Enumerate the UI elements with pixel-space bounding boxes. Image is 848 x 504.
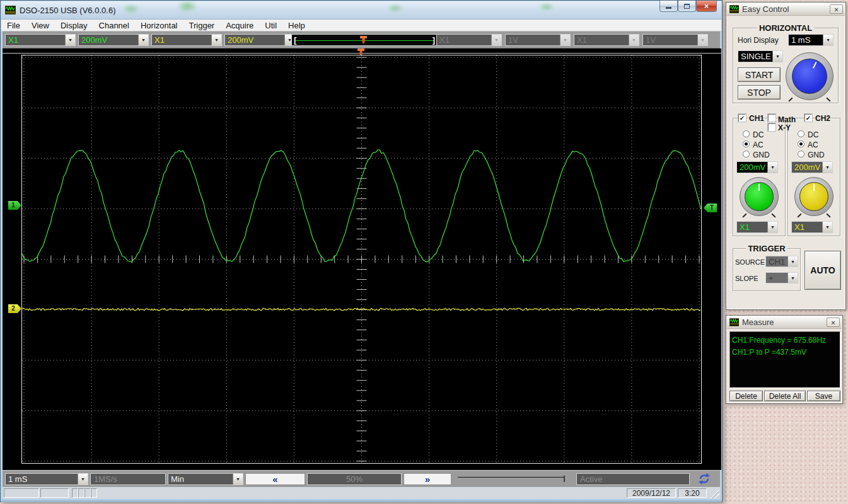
close-button[interactable]: × <box>696 1 717 12</box>
refresh-icon[interactable] <box>697 472 711 485</box>
measure-delete-all-button[interactable]: Delete All <box>764 391 806 401</box>
ch2-zero-marker[interactable]: 2 <box>8 304 21 313</box>
ref-probe-combo: X1 ▼ <box>574 34 639 46</box>
hori-timebase-combo[interactable]: 1 mS ▼ <box>788 34 833 46</box>
ch1-dc-radio[interactable] <box>743 130 750 137</box>
pan-right-button[interactable]: » <box>404 473 451 485</box>
chevron-down-icon[interactable]: ▼ <box>233 474 243 484</box>
measure-titlebar[interactable]: Measure <box>727 316 842 329</box>
stop-button[interactable]: STOP <box>738 85 781 100</box>
ref-volts-combo: 1V ▼ <box>642 34 708 46</box>
horizontal-knob[interactable] <box>786 52 833 100</box>
ch2-enable-checkbox[interactable]: ✓ <box>804 114 812 122</box>
ch2-volts-panel-combo[interactable]: 200mV ▼ <box>791 161 833 173</box>
bracket-left-icon: [ <box>294 35 296 45</box>
chevron-down-icon[interactable]: ▼ <box>822 222 832 232</box>
xy-checkbox[interactable] <box>768 123 775 131</box>
ch1-zero-marker[interactable]: 1 <box>8 201 21 210</box>
chevron-down-icon[interactable]: ▼ <box>823 35 833 45</box>
maximize-button[interactable] <box>678 1 696 12</box>
menu-view[interactable]: View <box>26 20 55 31</box>
trigger-position-slider[interactable]: [ ] <box>291 34 438 46</box>
easy-control-title: Easy Control <box>742 4 789 14</box>
measure-delete-button[interactable]: Delete <box>729 391 763 401</box>
measure-window: Measure × CH1:Frequency = 675.68Hz CH1:P… <box>726 315 843 404</box>
trigger-source-combo[interactable]: CH1 ▼ <box>765 256 798 267</box>
menu-file[interactable]: File <box>1 20 26 31</box>
chevron-down-icon[interactable]: ▼ <box>822 162 832 173</box>
chevron-down-icon[interactable]: ▼ <box>787 273 798 283</box>
math-label: Math <box>778 115 796 124</box>
ch1-volts-panel-combo[interactable]: 200mV ▼ <box>736 161 778 173</box>
knob-pointer <box>758 184 760 191</box>
chevron-down-icon[interactable]: ▼ <box>78 474 88 484</box>
pan-trackbar[interactable] <box>458 474 565 483</box>
chevron-down-icon[interactable]: ▼ <box>138 35 148 45</box>
trigger-source-label: SOURCE <box>735 258 765 266</box>
hori-mode-combo[interactable]: SINGLE ▼ <box>738 50 783 62</box>
ch1-gnd-radio[interactable] <box>743 151 750 158</box>
ch2-gnd-label: GND <box>808 151 825 159</box>
math-checkbox[interactable] <box>768 114 775 122</box>
horizontal-group-label: HORIZONTAL <box>757 23 814 33</box>
menu-acquire[interactable]: Acquire <box>220 20 259 31</box>
chevron-down-icon[interactable]: ▼ <box>772 51 782 62</box>
track-thumb[interactable] <box>564 476 565 482</box>
status-cell <box>78 488 84 498</box>
ch2-position-knob[interactable] <box>794 177 833 216</box>
measure-line-frequency: CH1:Frequency = 675.68Hz <box>732 335 838 346</box>
menu-trigger[interactable]: Trigger <box>183 20 221 31</box>
minimize-icon <box>666 7 671 9</box>
desktop-glare <box>387 4 404 13</box>
chevron-down-icon[interactable]: ▼ <box>767 222 777 232</box>
start-button[interactable]: START <box>738 67 781 82</box>
ch2-dc-radio[interactable] <box>798 130 804 137</box>
trigger-auto-button[interactable]: AUTO <box>804 251 841 290</box>
ch1-enable-checkbox[interactable]: ✓ <box>738 114 746 122</box>
trigger-level-marker[interactable]: T <box>704 203 717 212</box>
ch1-position-knob[interactable] <box>740 177 779 216</box>
menu-help[interactable]: Help <box>282 20 311 31</box>
menu-channel[interactable]: Channel <box>93 20 135 31</box>
ch2-gnd-radio[interactable] <box>798 151 804 158</box>
ch1-probe-panel-combo[interactable]: X1 ▼ <box>736 221 778 233</box>
ch1-probe-combo[interactable]: X1 ▼ <box>5 34 76 46</box>
double-chevron-left-icon: « <box>272 474 277 484</box>
measure-close-button[interactable]: × <box>827 318 840 327</box>
trigger-slope-combo[interactable]: + ▼ <box>765 272 798 284</box>
display-mode-combo[interactable]: Min ▼ <box>168 473 243 485</box>
ch2-volts-combo[interactable]: 200mV ▼ <box>224 34 295 46</box>
measure-title: Measure <box>742 318 774 327</box>
chevron-down-icon[interactable]: ▼ <box>787 256 798 266</box>
ch2-probe-combo[interactable]: X1 ▼ <box>151 34 222 46</box>
ch2-ac-radio[interactable] <box>798 140 804 147</box>
ch1-volts-combo[interactable]: 200mV ▼ <box>78 34 149 46</box>
resize-grip[interactable] <box>711 490 719 498</box>
easy-control-titlebar[interactable]: Easy Control <box>727 3 845 16</box>
ch1-ac-radio[interactable] <box>743 140 750 147</box>
chevron-down-icon[interactable]: ▼ <box>767 162 777 173</box>
chevron-down-icon: ▼ <box>491 35 501 45</box>
maximize-icon <box>684 4 690 9</box>
xy-label: X-Y <box>778 123 791 132</box>
chevron-down-icon[interactable]: ▼ <box>65 35 75 45</box>
window-controls: × <box>659 1 717 12</box>
double-chevron-right-icon: » <box>425 474 430 484</box>
desktop-glare <box>122 4 140 14</box>
measure-save-button[interactable]: Save <box>807 391 840 401</box>
scope-graticule <box>21 55 702 464</box>
menu-util[interactable]: Util <box>259 20 282 31</box>
chevron-down-icon[interactable]: ▼ <box>211 35 221 45</box>
title-bar[interactable]: DSO-2150 USB (V6.0.0.6) <box>1 1 721 20</box>
menu-horizontal[interactable]: Horizontal <box>135 20 183 31</box>
status-cell <box>91 488 97 498</box>
menu-display[interactable]: Display <box>55 20 93 31</box>
timebase-combo[interactable]: 1 mS ▼ <box>5 473 88 485</box>
pan-left-button[interactable]: « <box>245 473 305 485</box>
acquire-status-box: Active <box>576 473 690 485</box>
ch2-ac-label: AC <box>808 140 818 149</box>
minimize-button[interactable] <box>659 1 678 12</box>
ch2-probe-panel-combo[interactable]: X1 ▼ <box>791 221 833 233</box>
easy-control-close-button[interactable]: × <box>830 4 843 14</box>
chevron-down-icon: ▼ <box>560 35 570 45</box>
